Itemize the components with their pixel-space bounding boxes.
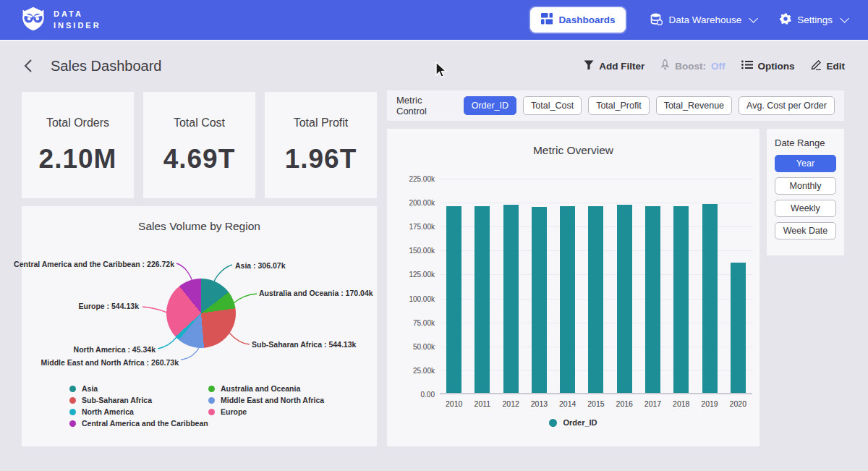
x-tick: 2011 (468, 399, 496, 408)
bar-2018[interactable] (673, 206, 689, 393)
kpi-label: Total Orders (46, 116, 109, 130)
legend-dot (208, 409, 215, 415)
edit-button[interactable]: Edit (811, 59, 846, 72)
date-range-options: YearMonthlyWeeklyWeek Date (775, 155, 836, 239)
nav-settings-menu[interactable]: Settings (780, 13, 846, 27)
nav-data-warehouse-menu[interactable]: Data Warehouse (650, 13, 755, 27)
pie-callout-north-america: North America : 45.34k (74, 345, 156, 354)
bar-2016[interactable] (617, 205, 632, 393)
bar-2012[interactable] (503, 205, 519, 393)
brand-logo[interactable]: DATA INSIDER (20, 6, 101, 35)
x-tick: 2016 (610, 399, 639, 408)
brand-name: DATA INSIDER (54, 9, 101, 32)
legend-dot (208, 386, 215, 392)
pie-legend-item: North America (69, 408, 208, 415)
y-tick: 150.00k (409, 247, 435, 255)
nav-settings-label: Settings (797, 14, 833, 25)
metric-control-bar: Metric Control Order_IDTotal_CostTotal_P… (387, 90, 844, 121)
bar-2020[interactable] (731, 263, 746, 393)
y-tick: 25.00k (413, 366, 435, 374)
date-range-option-year[interactable]: Year (775, 155, 836, 172)
sales-volume-pie-panel: Sales Volume by Region Asia : 306.07k Au… (22, 206, 377, 446)
x-tick: 2014 (553, 399, 582, 408)
bar-chart-legend: Order_ID (387, 418, 760, 427)
date-range-option-week-date[interactable]: Week Date (775, 222, 836, 239)
bar-2011[interactable] (475, 206, 490, 393)
boost-state: Off (711, 61, 726, 72)
pie-callout-asia: Asia : 306.07k (235, 261, 285, 270)
pie-chart (166, 279, 236, 348)
metric-option-total-revenue[interactable]: Total_Revenue (656, 96, 732, 115)
legend-dot (69, 420, 76, 427)
kpi-card-total-cost: Total Cost 4.69T (143, 92, 255, 198)
date-range-option-weekly[interactable]: Weekly (775, 200, 836, 217)
x-axis-tick-labels: 2010201120122013201420152016201720182019… (440, 399, 752, 408)
boost-toggle[interactable]: Boost: Off (660, 59, 725, 72)
pie-chart-title: Sales Volume by Region (22, 206, 377, 233)
legend-dot (69, 386, 76, 392)
page-title: Sales Dashboard (51, 58, 161, 75)
metric-option-total-cost[interactable]: Total_Cost (523, 96, 582, 115)
legend-dot (69, 397, 76, 404)
add-filter-button[interactable]: Add Filter (584, 60, 644, 72)
kpi-value: 2.10M (39, 144, 117, 174)
sales-dashboard-page: DATA INSIDER Dashboards (0, 0, 868, 471)
legend-label: Sub-Saharan Africa (82, 396, 152, 404)
back-button[interactable] (23, 58, 39, 74)
legend-label: Central America and the Caribbean (82, 419, 208, 428)
x-tick: 2018 (667, 399, 695, 408)
y-tick: 75.00k (413, 318, 435, 326)
pie-callout-central-america-caribbean: Central America and the Caribbean : 226.… (14, 260, 174, 268)
nav-dashboards-label: Dashboards (558, 14, 615, 25)
pie-legend-item: Asia (69, 385, 208, 392)
top-navbar: DATA INSIDER Dashboards (0, 0, 868, 40)
y-tick: 175.00k (409, 223, 435, 231)
bar-2013[interactable] (532, 207, 547, 393)
pie-legend-item: Middle East and North Africa (208, 396, 324, 404)
gear-icon (780, 13, 791, 27)
bar-2010[interactable] (446, 206, 461, 393)
legend-label: Europe (221, 407, 247, 416)
kpi-label: Total Cost (174, 116, 225, 130)
legend-dot (549, 419, 557, 427)
options-button[interactable]: Options (741, 60, 795, 72)
pie-callout-sub-saharan-africa: Sub-Saharan Africa : 544.13k (252, 340, 356, 349)
kpi-label: Total Profit (294, 116, 349, 130)
metric-option-avg-cost-per-order[interactable]: Avg. Cost per Order (739, 96, 835, 115)
filter-icon (584, 60, 594, 72)
y-tick: 50.00k (413, 342, 435, 350)
legend-dot (208, 397, 215, 404)
nav-dashboards-button[interactable]: Dashboards (530, 7, 626, 33)
metric-control-label: Metric Control (396, 95, 454, 116)
owl-logo-icon (20, 6, 46, 35)
pie-legend-item: Central America and the Caribbean (69, 420, 208, 427)
bar-2014[interactable] (560, 206, 575, 393)
x-tick: 2015 (582, 399, 610, 408)
bar-2019[interactable] (702, 204, 718, 393)
bar-2015[interactable] (588, 206, 603, 393)
legend-label: Asia (82, 384, 98, 393)
x-tick: 2013 (525, 399, 553, 408)
dashboards-grid-icon (541, 13, 553, 27)
bar-2017[interactable] (645, 206, 660, 393)
x-tick: 2010 (440, 399, 468, 408)
pie-callout-australia-oceania: Australia and Oceania : 170.04k (259, 289, 373, 297)
pie-legend-item: Australia and Oceania (208, 385, 324, 392)
list-options-icon (741, 60, 753, 72)
pencil-icon (811, 59, 822, 72)
y-tick: 100.00k (409, 294, 435, 302)
chevron-down-icon (749, 14, 758, 23)
legend-dot (69, 409, 76, 415)
y-tick: 225.00k (409, 175, 435, 183)
kpi-card-total-profit: Total Profit 1.96T (265, 92, 377, 198)
pie-callout-middle-east-north-africa: Middle East and North Africa : 260.73k (41, 358, 179, 367)
pie-legend-column-2: Australia and OceaniaMiddle East and Nor… (208, 385, 324, 415)
metric-option-order-id[interactable]: Order_ID (464, 96, 516, 115)
date-range-option-monthly[interactable]: Monthly (775, 177, 836, 195)
metric-option-total-profit[interactable]: Total_Profit (588, 96, 650, 115)
kpi-card-total-orders: Total Orders 2.10M (22, 92, 134, 198)
bar-series (440, 179, 752, 393)
x-tick: 2020 (724, 399, 752, 408)
date-range-panel: Date Range YearMonthlyWeeklyWeek Date (767, 129, 844, 255)
y-tick: 125.00k (409, 271, 435, 279)
